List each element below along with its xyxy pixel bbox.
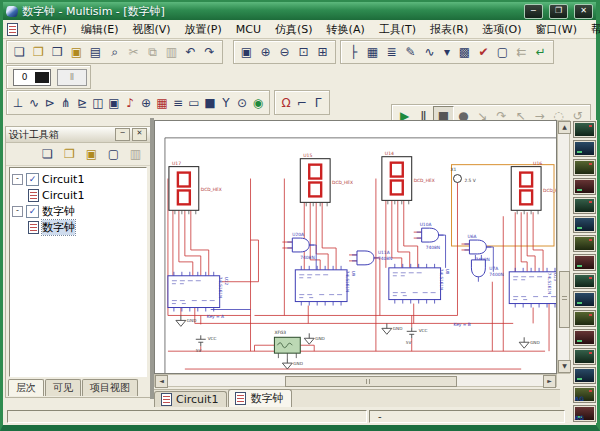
save-button[interactable]: ▣ (67, 44, 86, 61)
menu-view[interactable]: 视图(V) (125, 21, 177, 38)
print-button[interactable]: ▤ (86, 44, 105, 61)
gate-u6a[interactable]: U6A 7408N (464, 234, 491, 262)
tab-project-view[interactable]: 项目视图 (82, 379, 138, 396)
scroll-down-button[interactable]: ▼ (558, 360, 571, 373)
new-document-button[interactable]: ❏ (39, 146, 56, 162)
zoom-area-button[interactable]: ⊡ (294, 44, 313, 61)
checkbox-icon[interactable] (26, 205, 39, 218)
place-analog-button[interactable]: ⊵ (74, 94, 90, 111)
four-channel-oscilloscope-icon[interactable] (573, 197, 596, 214)
place-source-button[interactable]: ⊥ (10, 94, 26, 111)
panel-minimize-button[interactable]: ─ (115, 128, 130, 141)
scroll-left-button[interactable]: ◄ (155, 375, 168, 388)
close-document-button[interactable]: ▢ (105, 146, 122, 162)
paste-document-button[interactable]: ▥ (127, 146, 144, 162)
menu-reports[interactable]: 报表(R) (423, 21, 475, 38)
gate-u10a[interactable]: U10A 7408N (417, 222, 444, 250)
display-u15[interactable]: U15 DCD_HEX (300, 153, 353, 207)
place-diode-button[interactable]: ⊳ (42, 94, 58, 111)
display-u16[interactable]: U16 DCD_H (511, 161, 556, 215)
close-button[interactable]: ✕ (574, 4, 593, 19)
tab-digital-clock[interactable]: 数字钟 (228, 389, 292, 408)
place-ttl-button[interactable]: ◫ (90, 94, 106, 111)
vertical-scrollbar[interactable]: ▲ ▼ (557, 120, 570, 374)
component-wizard-button[interactable]: Ω (278, 94, 294, 111)
menu-options[interactable]: 选项(O) (475, 21, 528, 38)
panel-close-button[interactable]: ✕ (132, 128, 147, 141)
horizontal-scroll-thumb[interactable] (285, 376, 457, 387)
open-button[interactable]: ❐ (29, 44, 48, 61)
undo-button[interactable]: ↶ (181, 44, 200, 61)
place-indicator-button[interactable]: ▦ (154, 94, 170, 111)
back-annotate-button[interactable]: ⇇ (512, 44, 531, 61)
horizontal-scrollbar[interactable]: ◄ ► (154, 374, 557, 387)
vertical-scroll-thumb[interactable] (559, 271, 570, 328)
network-analyzer-icon[interactable] (573, 367, 596, 384)
pause-switch-button[interactable]: Ⅱ (57, 69, 87, 86)
probe-x1[interactable]: X1 2.5 V (451, 167, 476, 183)
place-power-button[interactable]: ≡ (170, 94, 186, 111)
full-screen-button[interactable]: ▣ (237, 44, 256, 61)
zoom-in-button[interactable]: ⊕ (256, 44, 275, 61)
logic-analyzer-icon[interactable] (573, 273, 596, 290)
word-generator-icon[interactable] (573, 254, 596, 271)
copy-button[interactable]: ⧉ (143, 44, 162, 61)
run-stop-switch[interactable]: 0 (13, 69, 51, 86)
frequency-counter-icon[interactable] (573, 235, 596, 252)
place-transistor-button[interactable]: ⋔ (58, 94, 74, 111)
menu-mcu[interactable]: MCU (229, 22, 268, 37)
scroll-right-button[interactable]: ► (543, 375, 556, 388)
menu-place[interactable]: 放置(P) (178, 21, 229, 38)
display-u17[interactable]: U17 DCD_HEX (169, 161, 222, 215)
agilent-oscilloscope-icon[interactable]: AG (573, 405, 596, 422)
cut-button[interactable]: ✂ (124, 44, 143, 61)
database-manager-button[interactable]: ≣ (382, 44, 401, 61)
tree-node-circuit1[interactable]: Circuit1 (12, 171, 144, 187)
wattmeter-icon[interactable] (573, 159, 596, 176)
menu-window[interactable]: 窗口(W) (529, 21, 584, 38)
menu-edit[interactable]: 编辑(E) (74, 21, 126, 38)
function-generator-icon[interactable] (573, 140, 596, 157)
postprocessor-button[interactable]: ▩ (455, 44, 474, 61)
multimeter-icon[interactable] (573, 121, 596, 138)
erc-button[interactable]: ✔ (474, 44, 493, 61)
display-u14[interactable]: U14 DCD_HEX (382, 151, 435, 205)
oscilloscope-icon[interactable] (573, 178, 596, 195)
logic-converter-icon[interactable] (573, 291, 596, 308)
paste-button[interactable]: ▥ (162, 44, 181, 61)
redo-button[interactable]: ↷ (200, 44, 219, 61)
place-advanced-peripherals-button[interactable]: ■ (202, 94, 218, 111)
place-rf-button[interactable]: Y (218, 94, 234, 111)
menu-transfer[interactable]: 转换(A) (320, 21, 372, 38)
grapher-caret-icon[interactable]: ▾ (439, 44, 455, 61)
tab-visibility[interactable]: 可见 (45, 379, 81, 396)
tab-circuit1[interactable]: Circuit1 (154, 391, 227, 408)
open-document-button[interactable]: ❐ (61, 146, 78, 162)
agilent-function-generator-icon[interactable]: AG (573, 386, 596, 403)
ic-u9[interactable]: U9 74LS161N (295, 266, 356, 306)
place-electromechanical-button[interactable]: ⊙ (234, 94, 250, 111)
place-mixed-button[interactable]: ⊕ (138, 94, 154, 111)
print-preview-button[interactable]: ⌕ (105, 44, 124, 61)
expander-icon[interactable] (12, 206, 23, 217)
new-button[interactable]: ❏ (10, 44, 29, 61)
menu-tools[interactable]: 工具(T) (372, 21, 423, 38)
save-document-button[interactable]: ▣ (83, 146, 100, 162)
iv-analyzer-icon[interactable] (573, 310, 596, 327)
place-bus-button[interactable]: Γ (310, 94, 326, 111)
function-generator-xfg3[interactable]: XFG3 (274, 330, 300, 358)
hierarchical-block-button[interactable]: ⌐ (294, 94, 310, 111)
scroll-up-button[interactable]: ▲ (558, 121, 571, 134)
ic-u12[interactable]: U12 74LS161N (168, 272, 229, 312)
open-sample-button[interactable]: ❒ (48, 44, 67, 61)
restore-button[interactable]: ❐ (549, 4, 568, 19)
schematic-canvas[interactable]: U17 DCD_HEX U15 DCD_HEX U14 DCD_HEX U16 … (154, 120, 557, 374)
ic-u8[interactable]: U8 74LS161N (389, 264, 450, 304)
minimize-button[interactable]: ─ (524, 4, 543, 19)
bode-plotter-icon[interactable] (573, 216, 596, 233)
checkbox-icon[interactable] (26, 173, 39, 186)
go-to-parent-button[interactable]: ↵ (531, 44, 550, 61)
tree-node-clock[interactable]: 数字钟 (12, 203, 144, 219)
zoom-out-button[interactable]: ⊖ (275, 44, 294, 61)
design-toolbox-button[interactable]: ├ (344, 44, 363, 61)
